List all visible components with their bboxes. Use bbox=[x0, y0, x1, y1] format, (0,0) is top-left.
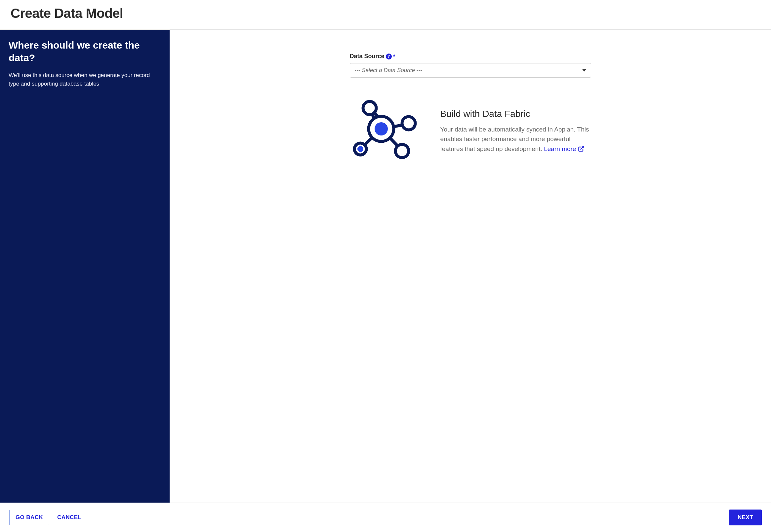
page-title: Create Data Model bbox=[11, 6, 760, 21]
create-data-model-page: Create Data Model Where should we create… bbox=[0, 0, 771, 532]
info-text: Build with Data Fabric Your data will be… bbox=[441, 109, 591, 154]
sidebar-heading: Where should we create the data? bbox=[9, 39, 161, 64]
sidebar-description: We'll use this data source when we gener… bbox=[9, 71, 161, 88]
data-source-field: Data Source ? * --- Select a Data Source… bbox=[350, 53, 591, 78]
form-area: Data Source ? * --- Select a Data Source… bbox=[350, 53, 591, 165]
svg-point-10 bbox=[357, 146, 363, 152]
external-link-icon bbox=[578, 145, 585, 152]
main-content: Data Source ? * --- Select a Data Source… bbox=[170, 30, 771, 503]
wizard-footer: GO BACK CANCEL NEXT bbox=[0, 503, 771, 532]
learn-more-text: Learn more bbox=[544, 144, 576, 154]
learn-more-link[interactable]: Learn more bbox=[544, 144, 585, 154]
info-title: Build with Data Fabric bbox=[441, 109, 591, 119]
data-source-select[interactable]: --- Select a Data Source --- bbox=[350, 63, 591, 78]
next-button[interactable]: NEXT bbox=[729, 510, 762, 525]
step-sidebar: Where should we create the data? We'll u… bbox=[0, 30, 170, 503]
chevron-down-icon bbox=[582, 69, 586, 72]
svg-point-5 bbox=[402, 117, 415, 130]
required-indicator: * bbox=[393, 54, 396, 59]
page-header: Create Data Model bbox=[0, 0, 771, 30]
cancel-button[interactable]: CANCEL bbox=[55, 510, 84, 525]
help-icon[interactable]: ? bbox=[386, 54, 392, 59]
select-placeholder: --- Select a Data Source --- bbox=[355, 67, 422, 74]
info-body: Your data will be automatically synced i… bbox=[441, 125, 591, 154]
svg-point-9 bbox=[374, 122, 388, 135]
field-label-row: Data Source ? * bbox=[350, 53, 591, 60]
data-fabric-icon bbox=[350, 97, 426, 165]
svg-point-6 bbox=[396, 144, 409, 158]
go-back-button[interactable]: GO BACK bbox=[9, 510, 49, 525]
svg-line-11 bbox=[374, 113, 378, 117]
data-source-label: Data Source bbox=[350, 53, 384, 60]
page-body: Where should we create the data? We'll u… bbox=[0, 30, 771, 503]
info-panel: Build with Data Fabric Your data will be… bbox=[350, 97, 591, 165]
